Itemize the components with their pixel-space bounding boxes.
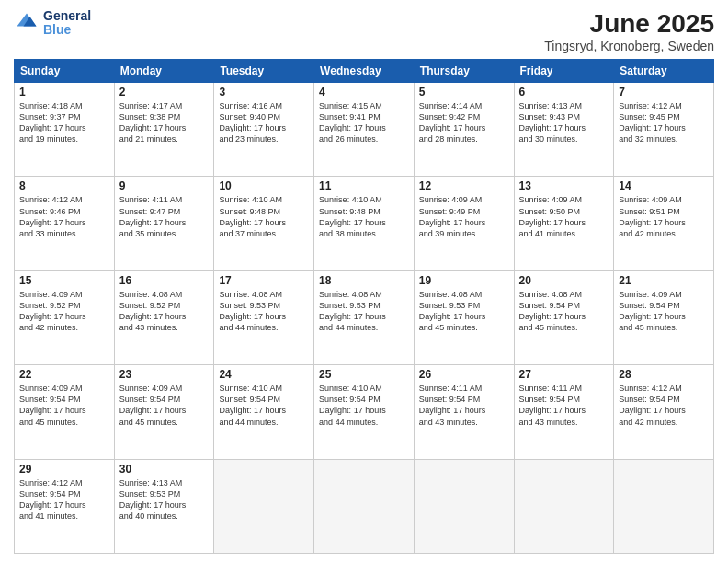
calendar-cell-2-2: 9Sunrise: 4:11 AM Sunset: 9:47 PM Daylig… xyxy=(114,177,214,270)
calendar-cell-4-7: 28Sunrise: 4:12 AM Sunset: 9:54 PM Dayli… xyxy=(614,365,714,459)
header: General Blue June 2025 Tingsryd, Kronobe… xyxy=(14,9,714,53)
day-info: Sunrise: 4:11 AM Sunset: 9:47 PM Dayligh… xyxy=(119,194,210,239)
day-number: 16 xyxy=(119,274,210,287)
calendar-header-row: SundayMondayTuesdayWednesdayThursdayFrid… xyxy=(15,60,714,83)
week-row-1: 1Sunrise: 4:18 AM Sunset: 9:37 PM Daylig… xyxy=(15,83,714,177)
logo-text: General Blue xyxy=(43,9,91,38)
calendar-cell-1-2: 2Sunrise: 4:17 AM Sunset: 9:38 PM Daylig… xyxy=(114,83,214,177)
day-number: 25 xyxy=(319,368,409,381)
col-header-monday: Monday xyxy=(114,60,214,83)
calendar-cell-5-1: 29Sunrise: 4:12 AM Sunset: 9:54 PM Dayli… xyxy=(15,459,115,553)
calendar-cell-4-3: 24Sunrise: 4:10 AM Sunset: 9:54 PM Dayli… xyxy=(214,365,314,459)
day-info: Sunrise: 4:08 AM Sunset: 9:53 PM Dayligh… xyxy=(319,289,409,334)
week-row-2: 8Sunrise: 4:12 AM Sunset: 9:46 PM Daylig… xyxy=(15,177,714,270)
calendar-cell-1-3: 3Sunrise: 4:16 AM Sunset: 9:40 PM Daylig… xyxy=(214,83,314,177)
day-number: 2 xyxy=(119,86,210,98)
calendar-cell-3-1: 15Sunrise: 4:09 AM Sunset: 9:52 PM Dayli… xyxy=(15,270,115,364)
day-info: Sunrise: 4:09 AM Sunset: 9:52 PM Dayligh… xyxy=(19,289,109,334)
calendar-cell-1-6: 6Sunrise: 4:13 AM Sunset: 9:43 PM Daylig… xyxy=(514,83,614,177)
day-info: Sunrise: 4:11 AM Sunset: 9:54 PM Dayligh… xyxy=(519,383,609,428)
day-info: Sunrise: 4:15 AM Sunset: 9:41 PM Dayligh… xyxy=(319,100,409,145)
calendar-cell-4-2: 23Sunrise: 4:09 AM Sunset: 9:54 PM Dayli… xyxy=(114,365,214,459)
day-info: Sunrise: 4:09 AM Sunset: 9:50 PM Dayligh… xyxy=(519,194,609,239)
calendar-cell-1-5: 5Sunrise: 4:14 AM Sunset: 9:42 PM Daylig… xyxy=(414,83,514,177)
calendar-cell-3-4: 18Sunrise: 4:08 AM Sunset: 9:53 PM Dayli… xyxy=(314,270,415,364)
calendar-table: SundayMondayTuesdayWednesdayThursdayFrid… xyxy=(14,59,714,554)
col-header-thursday: Thursday xyxy=(414,60,514,83)
col-header-friday: Friday xyxy=(514,60,614,83)
day-number: 13 xyxy=(519,179,609,192)
calendar-cell-1-4: 4Sunrise: 4:15 AM Sunset: 9:41 PM Daylig… xyxy=(314,83,415,177)
logo-icon xyxy=(14,10,40,36)
day-info: Sunrise: 4:12 AM Sunset: 9:54 PM Dayligh… xyxy=(619,383,709,428)
day-number: 27 xyxy=(519,368,609,381)
week-row-5: 29Sunrise: 4:12 AM Sunset: 9:54 PM Dayli… xyxy=(15,459,714,553)
day-number: 12 xyxy=(419,179,509,192)
calendar-cell-3-3: 17Sunrise: 4:08 AM Sunset: 9:53 PM Dayli… xyxy=(214,270,314,364)
calendar-cell-3-2: 16Sunrise: 4:08 AM Sunset: 9:52 PM Dayli… xyxy=(114,270,214,364)
calendar-cell-5-3 xyxy=(214,459,314,553)
day-number: 28 xyxy=(619,368,709,381)
calendar-cell-3-6: 20Sunrise: 4:08 AM Sunset: 9:54 PM Dayli… xyxy=(514,270,614,364)
logo: General Blue xyxy=(14,9,91,38)
day-info: Sunrise: 4:11 AM Sunset: 9:54 PM Dayligh… xyxy=(419,383,509,428)
main-title: June 2025 xyxy=(544,9,714,39)
week-row-4: 22Sunrise: 4:09 AM Sunset: 9:54 PM Dayli… xyxy=(15,365,714,459)
day-info: Sunrise: 4:13 AM Sunset: 9:53 PM Dayligh… xyxy=(119,477,210,523)
day-number: 14 xyxy=(619,179,709,192)
calendar-cell-2-5: 12Sunrise: 4:09 AM Sunset: 9:49 PM Dayli… xyxy=(414,177,514,270)
day-info: Sunrise: 4:10 AM Sunset: 9:48 PM Dayligh… xyxy=(319,194,409,239)
day-info: Sunrise: 4:08 AM Sunset: 9:53 PM Dayligh… xyxy=(419,289,509,334)
day-number: 8 xyxy=(19,179,109,192)
calendar-cell-1-7: 7Sunrise: 4:12 AM Sunset: 9:45 PM Daylig… xyxy=(614,83,714,177)
calendar-cell-5-7 xyxy=(614,459,714,553)
col-header-saturday: Saturday xyxy=(614,60,714,83)
calendar-cell-2-4: 11Sunrise: 4:10 AM Sunset: 9:48 PM Dayli… xyxy=(314,177,415,270)
calendar-cell-4-6: 27Sunrise: 4:11 AM Sunset: 9:54 PM Dayli… xyxy=(514,365,614,459)
day-info: Sunrise: 4:08 AM Sunset: 9:54 PM Dayligh… xyxy=(519,289,609,334)
logo-line1: General xyxy=(43,9,91,23)
calendar-cell-5-4 xyxy=(314,459,415,553)
subtitle: Tingsryd, Kronoberg, Sweden xyxy=(544,39,714,53)
calendar-cell-1-1: 1Sunrise: 4:18 AM Sunset: 9:37 PM Daylig… xyxy=(15,83,115,177)
day-info: Sunrise: 4:13 AM Sunset: 9:43 PM Dayligh… xyxy=(519,100,609,145)
calendar-cell-4-4: 25Sunrise: 4:10 AM Sunset: 9:54 PM Dayli… xyxy=(314,365,415,459)
calendar-cell-3-5: 19Sunrise: 4:08 AM Sunset: 9:53 PM Dayli… xyxy=(414,270,514,364)
calendar-cell-5-5 xyxy=(414,459,514,553)
calendar-cell-2-3: 10Sunrise: 4:10 AM Sunset: 9:48 PM Dayli… xyxy=(214,177,314,270)
day-info: Sunrise: 4:12 AM Sunset: 9:46 PM Dayligh… xyxy=(19,194,109,239)
calendar-cell-4-1: 22Sunrise: 4:09 AM Sunset: 9:54 PM Dayli… xyxy=(15,365,115,459)
day-number: 24 xyxy=(219,368,309,381)
day-info: Sunrise: 4:16 AM Sunset: 9:40 PM Dayligh… xyxy=(219,100,309,145)
calendar-cell-2-6: 13Sunrise: 4:09 AM Sunset: 9:50 PM Dayli… xyxy=(514,177,614,270)
day-number: 17 xyxy=(219,274,309,287)
calendar-cell-2-1: 8Sunrise: 4:12 AM Sunset: 9:46 PM Daylig… xyxy=(15,177,115,270)
day-info: Sunrise: 4:09 AM Sunset: 9:54 PM Dayligh… xyxy=(619,289,709,334)
col-header-tuesday: Tuesday xyxy=(214,60,314,83)
calendar-cell-3-7: 21Sunrise: 4:09 AM Sunset: 9:54 PM Dayli… xyxy=(614,270,714,364)
day-number: 10 xyxy=(219,179,309,192)
logo-line2: Blue xyxy=(43,23,91,37)
day-info: Sunrise: 4:08 AM Sunset: 9:53 PM Dayligh… xyxy=(219,289,309,334)
day-info: Sunrise: 4:12 AM Sunset: 9:45 PM Dayligh… xyxy=(619,100,709,145)
day-info: Sunrise: 4:17 AM Sunset: 9:38 PM Dayligh… xyxy=(119,100,210,145)
page: General Blue June 2025 Tingsryd, Kronobe… xyxy=(0,0,728,563)
day-number: 4 xyxy=(319,86,409,98)
day-number: 30 xyxy=(119,463,210,476)
col-header-wednesday: Wednesday xyxy=(314,60,415,83)
day-number: 29 xyxy=(19,463,109,476)
day-info: Sunrise: 4:09 AM Sunset: 9:49 PM Dayligh… xyxy=(419,194,509,239)
day-info: Sunrise: 4:08 AM Sunset: 9:52 PM Dayligh… xyxy=(119,289,210,334)
day-number: 19 xyxy=(419,274,509,287)
day-info: Sunrise: 4:09 AM Sunset: 9:54 PM Dayligh… xyxy=(19,383,109,428)
day-number: 22 xyxy=(19,368,109,381)
day-number: 7 xyxy=(619,86,709,98)
day-info: Sunrise: 4:10 AM Sunset: 9:54 PM Dayligh… xyxy=(219,383,309,428)
day-info: Sunrise: 4:09 AM Sunset: 9:54 PM Dayligh… xyxy=(119,383,210,428)
day-number: 21 xyxy=(619,274,709,287)
calendar-cell-5-2: 30Sunrise: 4:13 AM Sunset: 9:53 PM Dayli… xyxy=(114,459,214,553)
day-number: 9 xyxy=(119,179,210,192)
title-block: June 2025 Tingsryd, Kronoberg, Sweden xyxy=(544,9,714,53)
day-number: 15 xyxy=(19,274,109,287)
day-info: Sunrise: 4:10 AM Sunset: 9:54 PM Dayligh… xyxy=(319,383,409,428)
